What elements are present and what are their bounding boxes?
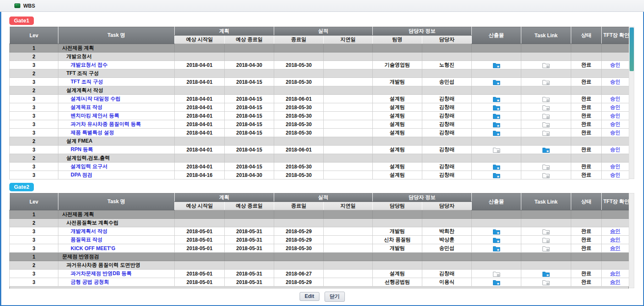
task-link[interactable]: 금형 공법 공청회 — [71, 279, 109, 285]
table-row: 2사전품질확보 계획수립 — [10, 219, 629, 227]
gray-folder-icon[interactable] — [542, 96, 550, 102]
gate1-scrollbar[interactable] — [629, 27, 634, 179]
blue-folder-icon[interactable] — [493, 280, 500, 285]
approve-link[interactable]: 승인 — [610, 130, 620, 135]
owner-cell: 김창래 — [422, 270, 472, 278]
task-link-cell — [521, 278, 571, 287]
status-cell — [571, 86, 602, 95]
blue-folder-icon[interactable] — [542, 271, 550, 277]
delay-cell — [324, 154, 373, 163]
blue-folder-icon[interactable] — [493, 96, 500, 102]
status-cell: 완료 — [571, 120, 602, 129]
wbs-table-gate2: Lev Task 명 계획 실적 담당자 정보 산출물 Task Link 상태… — [9, 193, 629, 287]
plan-end-cell — [225, 137, 274, 146]
blue-folder-icon[interactable] — [493, 105, 500, 110]
actual-end-cell: 2018-05-30 — [274, 103, 324, 112]
plan-start-cell: 2018-05-01 — [175, 270, 225, 278]
table-row: 3제품 특별특성 설정2018-04-012018-04-152018-05-3… — [10, 129, 629, 137]
gray-folder-icon[interactable] — [542, 63, 550, 68]
task-link-cell — [521, 261, 571, 270]
gray-folder-icon[interactable] — [542, 105, 550, 110]
approve-link[interactable]: 승인 — [610, 279, 620, 285]
task-cell: 벤치마킹 제안서 등록 — [58, 112, 175, 120]
blue-folder-icon[interactable] — [493, 113, 500, 119]
gray-folder-icon[interactable] — [542, 164, 550, 170]
approve-link[interactable]: 승인 — [610, 121, 620, 127]
delay-cell — [324, 261, 373, 270]
task-link[interactable]: 제품 특별특성 설정 — [71, 130, 114, 135]
plan-end-cell: 2018-04-15 — [225, 146, 274, 154]
gray-folder-icon[interactable] — [493, 271, 500, 277]
gray-folder-icon[interactable] — [542, 246, 550, 251]
col-header-owner: 담당자 — [422, 36, 472, 44]
gray-folder-icon[interactable] — [542, 122, 550, 127]
approve-link[interactable]: 승인 — [610, 163, 620, 169]
blue-folder-icon[interactable] — [493, 130, 500, 136]
approve-link[interactable]: 승인 — [610, 62, 620, 68]
deliverable-cell — [472, 69, 521, 78]
tft-confirm-cell — [602, 154, 629, 163]
blue-folder-icon[interactable] — [542, 147, 550, 153]
owner-cell — [422, 210, 472, 219]
table-row: 3개발요청서 접수2018-04-012018-04-302018-05-30기… — [10, 61, 629, 69]
task-link[interactable]: RPN 등록 — [71, 146, 93, 152]
task-link[interactable]: 설계/시작 대일정 수립 — [71, 96, 121, 102]
close-button[interactable]: 닫기 — [325, 292, 345, 302]
approve-link[interactable]: 승인 — [610, 270, 620, 276]
gray-folder-icon[interactable] — [542, 173, 550, 178]
blue-folder-icon[interactable] — [493, 229, 500, 234]
blue-folder-icon[interactable] — [493, 122, 500, 127]
task-cell: 품질목표 작성 — [58, 236, 175, 244]
deliverable-cell — [472, 129, 521, 137]
actual-end-cell: 2018-06-01 — [274, 146, 324, 154]
task-link[interactable]: 과거차 유사차종 품질이력 등록 — [71, 121, 141, 127]
gray-folder-icon[interactable] — [493, 147, 500, 153]
approve-link[interactable]: 승인 — [610, 104, 620, 110]
owner-cell: 노형진 — [422, 61, 472, 69]
approve-link[interactable]: 승인 — [610, 113, 620, 119]
gray-folder-icon[interactable] — [542, 229, 550, 234]
delay-cell — [324, 95, 373, 103]
approve-link[interactable]: 승인 — [610, 245, 620, 251]
gate2-scrollbar[interactable] — [629, 193, 634, 288]
task-link[interactable]: 과거차문제점 반영DB 등록 — [71, 270, 132, 276]
gray-folder-icon[interactable] — [542, 237, 550, 243]
task-cell: 사전제품 계획 — [58, 44, 175, 52]
delay-cell — [324, 146, 373, 154]
delay-cell — [324, 112, 373, 120]
col-header-team: 팀명 — [373, 36, 422, 44]
blue-folder-icon[interactable] — [493, 63, 500, 68]
task-link[interactable]: 개발요청서 접수 — [71, 62, 107, 68]
task-link[interactable]: 개발계획서 작성 — [71, 228, 107, 234]
blue-folder-icon[interactable] — [493, 164, 500, 170]
approve-link[interactable]: 승인 — [610, 96, 620, 102]
task-link[interactable]: KICK OFF MEET'G — [71, 245, 116, 251]
actual-end-cell — [274, 69, 324, 78]
approve-link[interactable]: 승인 — [610, 146, 620, 152]
task-link[interactable]: 설계입력 요구서 — [71, 163, 107, 169]
approve-link[interactable]: 승인 — [610, 237, 620, 243]
gray-folder-icon[interactable] — [542, 80, 550, 85]
task-link[interactable]: TFT 조직 구성 — [71, 79, 103, 85]
gray-folder-icon[interactable] — [542, 113, 550, 119]
blue-folder-icon[interactable] — [493, 246, 500, 251]
deliverable-cell — [472, 52, 521, 61]
gray-folder-icon[interactable] — [542, 280, 550, 285]
gray-folder-icon[interactable] — [542, 130, 550, 136]
task-link[interactable]: 품질목표 작성 — [71, 237, 102, 243]
col-header-delay: 지연일 — [324, 36, 373, 44]
task-link[interactable]: 설계목표 작성 — [71, 104, 102, 110]
gate1-scrollbar-thumb[interactable] — [630, 28, 634, 71]
blue-folder-icon[interactable] — [493, 80, 500, 85]
status-cell — [571, 210, 602, 219]
approve-link[interactable]: 승인 — [610, 172, 620, 178]
lev-cell: 2 — [10, 137, 58, 146]
team-cell: 설계팀 — [373, 120, 422, 129]
edit-button[interactable]: Edit — [300, 292, 319, 301]
approve-link[interactable]: 승인 — [610, 228, 620, 234]
task-link[interactable]: DPA 점검 — [71, 172, 92, 178]
approve-link[interactable]: 승인 — [610, 79, 620, 85]
blue-folder-icon[interactable] — [493, 237, 500, 243]
blue-folder-icon[interactable] — [493, 173, 500, 178]
task-link[interactable]: 벤치마킹 제안서 등록 — [71, 113, 119, 119]
